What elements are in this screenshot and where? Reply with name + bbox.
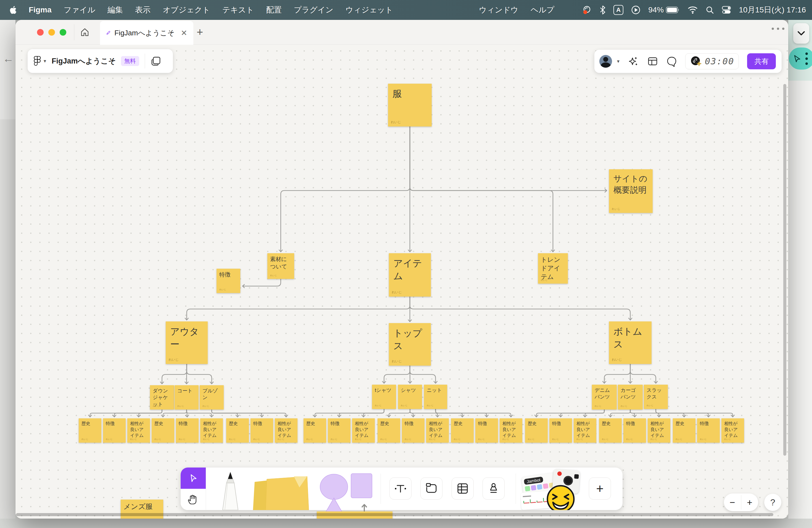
screen-record-status-icon[interactable] [582,5,592,15]
sticky-note-tokucho[interactable]: 特徴れいじ [217,269,240,293]
sticky-note-leaf3_2[interactable]: 相性が良いアイテムれいじ [352,419,375,443]
battery-indicator[interactable]: 94% [648,5,680,14]
sticky-note-leaf1_2[interactable]: 相性が良いアイテムれいじ [200,419,223,443]
input-source-icon[interactable]: A [613,5,623,15]
sticky-note-knit[interactable]: ニットれいじ [424,385,447,409]
sticky-note-coat[interactable]: コートれいじ [175,385,199,410]
sticky-note-tops[interactable]: トップスれいじ [389,323,431,366]
sticky-note-leaf5_0[interactable]: 歴史れいじ [451,419,474,443]
add-tool-button[interactable]: + [589,478,611,500]
sticky-note-leaf4_0[interactable]: 歴史れいじ [378,419,400,443]
plan-badge[interactable]: 無料 [121,56,139,66]
share-button[interactable]: 共有 [747,53,776,69]
close-window-button[interactable] [37,29,44,35]
avatar[interactable] [599,55,612,68]
comment-icon[interactable] [666,56,677,67]
sticky-note-item[interactable]: アイテムれいじ [389,253,431,297]
sticky-note-leaf0_0[interactable]: 歴史れいじ [79,419,101,443]
sticky-note-leaf0_1[interactable]: 特徴れいじ [103,419,126,443]
sticky-note-leaf7_2[interactable]: 相性が良いアイテムれいじ [648,419,670,443]
text-tool[interactable] [389,478,411,500]
sticky-note-leaf8_1[interactable]: 特徴れいじ [697,419,720,443]
sticky-note-leaf2_2[interactable]: 相性が良いアイテムれいじ [275,419,298,443]
window-more-button[interactable] [772,28,784,30]
menu-app-name[interactable]: Figma [29,5,52,14]
menu-item[interactable]: テキスト [222,5,254,15]
wifi-icon[interactable] [687,6,698,14]
sticky-note-blouson[interactable]: ブルゾンれいじ [200,385,224,410]
chevron-down-icon[interactable]: ▾ [44,58,46,64]
figjam-canvas[interactable]: ▾ FigJamへようこそ 無料 ▾ [15,45,788,518]
sticky-note-leaf0_2[interactable]: 相性が良いアイテムれいじ [127,419,150,443]
sticky-note-denim[interactable]: デニムパンツれいじ [592,385,617,410]
menu-item-help[interactable]: ヘルプ [531,5,554,15]
play-status-icon[interactable] [631,5,640,15]
zoom-out-button[interactable]: − [724,494,741,511]
sticky-note-leaf1_0[interactable]: 歴史れいじ [151,419,174,443]
sticky-note-leaf4_1[interactable]: 特徴れいじ [402,419,424,443]
spotlight-search-icon[interactable] [706,6,714,14]
zoom-window-button[interactable] [60,29,66,35]
sticky-note-cargo[interactable]: カーゴパンツれいじ [618,385,643,410]
sticky-note-leaf6_1[interactable]: 特徴れいじ [549,419,572,443]
sticky-note-sozai[interactable]: 素材についてれいじ [267,253,294,279]
menu-item[interactable]: プラグイン [294,5,333,15]
template-layout-icon[interactable] [647,56,658,67]
sticky-note-leaf6_2[interactable]: 相性が良いアイテムれいじ [574,419,596,443]
chevron-down-icon[interactable]: ▾ [617,58,620,64]
home-button[interactable] [78,27,91,38]
sticky-note-bottoms[interactable]: ボトムスれいじ [609,321,652,364]
sticky-note-leaf5_2[interactable]: 相性が良いアイテムれいじ [499,419,522,443]
sticky-note-leaf7_0[interactable]: 歴史れいじ [599,419,622,443]
menu-item[interactable]: ウィジェット [346,5,393,15]
horizontal-scrollbar[interactable] [16,513,773,516]
file-title[interactable]: FigJamへようこそ [52,56,116,66]
sticky-note-leaf8_0[interactable]: 歴史れいじ [673,419,695,443]
sticky-note-leaf5_1[interactable]: 特徴れいじ [475,419,498,443]
sticky-note-shirt[interactable]: シャツれいじ [398,385,422,409]
bluetooth-icon[interactable] [599,5,606,15]
tab-close-icon[interactable]: ✕ [181,28,187,38]
sticky-note-leaf4_2[interactable]: 相性が良いアイテムれいじ [426,419,449,443]
collapse-chevron-button[interactable] [793,23,809,44]
sticky-note-leaf6_0[interactable]: 歴史れいじ [525,419,548,443]
sticky-note-tshirt[interactable]: tシャツれいじ [372,385,396,409]
sticky-note-slacks[interactable]: スラックスれいじ [644,385,668,409]
sticky-note-fuku[interactable]: 服れいじ [388,84,432,127]
sticky-note-leaf3_0[interactable]: 歴史れいじ [304,419,326,443]
sticky-note-leaf8_2[interactable]: 相性が良いアイテムれいじ [721,419,744,443]
menu-item[interactable]: 配置 [266,5,282,15]
new-tab-button[interactable]: + [197,26,203,39]
table-tool[interactable] [452,478,474,500]
menu-datetime[interactable]: 10月15日(火) 17:16 [739,5,806,15]
sticky-note-site[interactable]: サイトの概要説明れいじ [609,169,653,213]
sticky-note-down_jacket[interactable]: ダウンジャケットれいじ [150,385,174,410]
sticky-note-leaf2_1[interactable]: 特徴れいじ [250,419,273,443]
section-tool[interactable] [420,478,443,500]
menu-item[interactable]: オブジェクト [163,5,210,15]
figma-logo-icon[interactable] [34,56,41,66]
file-tab[interactable]: FigJamへようこそ ✕ [100,21,193,45]
help-button[interactable]: ? [764,494,781,511]
templates-icon[interactable] [150,56,162,67]
menu-item[interactable]: 編集 [107,5,123,15]
menu-item[interactable]: ファイル [63,5,95,15]
menu-item-window[interactable]: ウィンドウ [479,5,518,15]
select-tool[interactable] [180,468,206,489]
stamp-tool[interactable] [482,478,505,500]
sticky-note-tool[interactable] [253,472,311,510]
sticky-note-trend[interactable]: トレンドアイテムれいじ [538,253,568,283]
zoom-in-button[interactable]: + [741,494,758,511]
ai-sparkle-icon[interactable] [628,56,639,67]
timer-widget[interactable]: 03:00 [685,53,739,69]
minimize-window-button[interactable] [48,29,55,35]
sticky-note-outer[interactable]: アウターれいじ [166,321,208,364]
control-center-icon[interactable] [722,6,731,14]
sticky-note-leaf1_1[interactable]: 特徴れいじ [176,419,199,443]
hand-tool[interactable] [180,489,206,510]
screen-share-pill[interactable] [789,47,812,70]
marker-tool[interactable] [217,471,244,510]
vertical-scrollbar[interactable] [783,84,786,456]
sticky-note-leaf7_1[interactable]: 特徴れいじ [623,419,646,443]
menu-item[interactable]: 表示 [135,5,150,15]
